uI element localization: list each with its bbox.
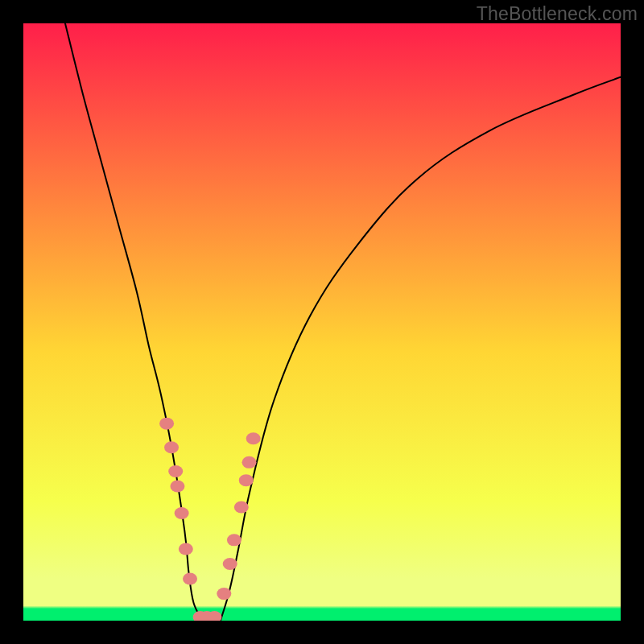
marker-dot	[183, 573, 197, 585]
marker-dot	[170, 481, 184, 493]
chart-svg	[23, 23, 621, 621]
marker-dot	[227, 534, 242, 546]
marker-dot	[242, 456, 256, 469]
marker-dot	[223, 558, 237, 570]
marker-dot	[246, 432, 261, 444]
marker-dot	[164, 441, 179, 453]
marker-dot	[168, 465, 183, 477]
watermark-text: TheBottleneck.com	[477, 3, 638, 25]
marker-dot	[217, 588, 231, 600]
plot-area	[23, 23, 621, 621]
marker-dot	[159, 418, 174, 430]
chart-frame: TheBottleneck.com	[0, 0, 644, 644]
marker-dot	[234, 502, 249, 514]
marker-dot	[175, 507, 189, 519]
gradient-bg	[23, 23, 621, 621]
marker-dot	[239, 474, 254, 486]
marker-dot	[179, 543, 193, 555]
